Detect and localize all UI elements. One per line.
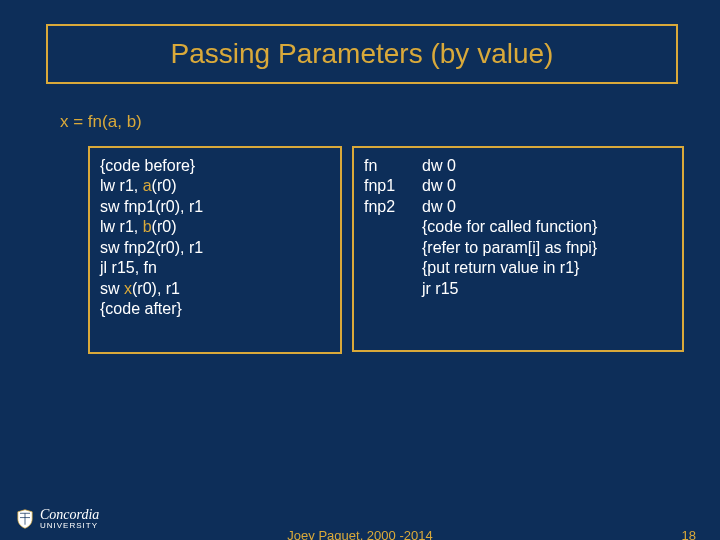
concordia-logo: Concordia UNIVERSITY <box>16 508 99 530</box>
lbl: fnp2 <box>364 197 422 217</box>
logo-name: Concordia <box>40 508 99 522</box>
t: lw r1, <box>100 177 143 194</box>
expression: x = fn(a, b) <box>60 112 142 132</box>
page-number: 18 <box>682 528 696 540</box>
var-b: b <box>143 218 152 235</box>
lbl: fn <box>364 156 422 176</box>
code-line: fnp1dw 0 <box>364 176 672 196</box>
t: sw <box>100 280 124 297</box>
code-line: {code for called function} <box>364 217 672 237</box>
code-line: {code before} <box>100 156 330 176</box>
code-line: lw r1, a(r0) <box>100 176 330 196</box>
shield-icon <box>16 509 34 529</box>
expr-suffix: ) <box>136 112 142 131</box>
code-line: jl r15, fn <box>100 258 330 278</box>
t: {refer to param[i] as fnpi} <box>422 239 597 256</box>
code-line: {refer to param[i] as fnpi} <box>364 238 672 258</box>
var-a: a <box>143 177 152 194</box>
code-line: {code after} <box>100 299 330 319</box>
t: lw r1, <box>100 218 143 235</box>
code-box-callee: fndw 0 fnp1dw 0 fnp2dw 0 {code for calle… <box>352 146 684 352</box>
expr-a: a <box>108 112 117 131</box>
code-box-caller: {code before} lw r1, a(r0) sw fnp1(r0), … <box>88 146 342 354</box>
code-line: fnp2dw 0 <box>364 197 672 217</box>
expr-mid: , <box>117 112 126 131</box>
t: (r0), r1 <box>132 280 180 297</box>
t: (r0) <box>152 177 177 194</box>
t: dw 0 <box>422 198 456 215</box>
code-line: fndw 0 <box>364 156 672 176</box>
t: jr r15 <box>422 280 458 297</box>
t: {put return value in r1} <box>422 259 579 276</box>
code-line: jr r15 <box>364 279 672 299</box>
expr-b: b <box>127 112 136 131</box>
lbl: fnp1 <box>364 176 422 196</box>
t: dw 0 <box>422 177 456 194</box>
code-line: {put return value in r1} <box>364 258 672 278</box>
var-x: x <box>124 280 132 297</box>
expr-prefix: x = fn( <box>60 112 108 131</box>
slide-title: Passing Parameters (by value) <box>48 26 676 82</box>
t: dw 0 <box>422 157 456 174</box>
code-line: sw fnp2(r0), r1 <box>100 238 330 258</box>
slide: Passing Parameters (by value) x = fn(a, … <box>0 0 720 540</box>
code-line: lw r1, b(r0) <box>100 217 330 237</box>
title-box: Passing Parameters (by value) <box>46 24 678 84</box>
code-line: sw x(r0), r1 <box>100 279 330 299</box>
t: (r0) <box>152 218 177 235</box>
t: {code for called function} <box>422 218 597 235</box>
logo-text: Concordia UNIVERSITY <box>40 508 99 530</box>
code-line: sw fnp1(r0), r1 <box>100 197 330 217</box>
footer-author: Joey Paquet, 2000 -2014 <box>0 528 720 540</box>
